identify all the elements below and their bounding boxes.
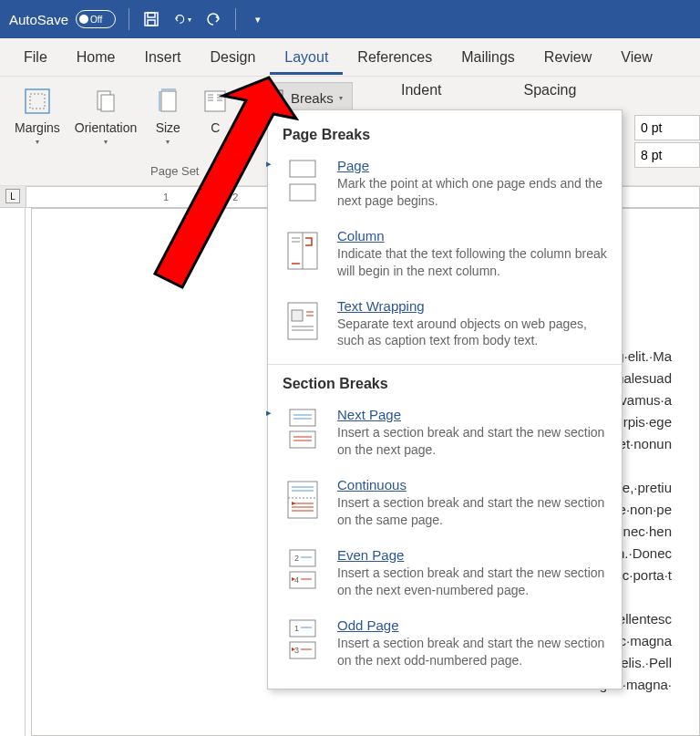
- columns-icon: [199, 85, 232, 118]
- ribbon-tabs: File Home Insert Design Layout Reference…: [0, 38, 700, 77]
- spacing-fields: 0 pt 8 pt: [634, 115, 700, 168]
- svg-text:2: 2: [294, 554, 299, 563]
- columns-button[interactable]: C: [191, 81, 239, 139]
- continuous-icon: [283, 477, 323, 523]
- option-desc: Insert a section break and start the new…: [337, 494, 607, 529]
- option-desc: Indicate that the text following the col…: [337, 245, 607, 280]
- margins-icon: [21, 85, 54, 118]
- option-desc: Insert a section break and start the new…: [337, 424, 607, 459]
- size-icon: [151, 85, 184, 118]
- tab-layout[interactable]: Layout: [270, 40, 343, 75]
- tab-design[interactable]: Design: [195, 40, 270, 75]
- column-break-icon: [283, 228, 323, 274]
- current-marker-icon: ▸: [266, 158, 272, 170]
- breaks-icon: [267, 88, 285, 107]
- current-marker-icon: ▸: [266, 407, 272, 419]
- page-setup-group-label: Page Set: [150, 161, 200, 181]
- tab-references[interactable]: References: [343, 40, 447, 75]
- option-title: Column: [337, 228, 607, 244]
- size-label: Size: [156, 120, 180, 135]
- svg-rect-28: [292, 310, 303, 321]
- option-desc: Insert a section break and start the new…: [337, 565, 607, 599]
- chevron-down-icon: ▾: [339, 94, 343, 102]
- option-title: Text Wrapping: [337, 298, 607, 314]
- odd-page-icon: 13: [283, 617, 323, 663]
- titlebar: AutoSave Off ▾ ▾: [0, 0, 700, 38]
- save-icon[interactable]: [142, 10, 160, 28]
- columns-label: C: [211, 120, 220, 135]
- text-wrapping-icon: [283, 298, 323, 344]
- next-page-icon: [283, 407, 323, 452]
- svg-rect-7: [161, 91, 176, 111]
- breaks-dropdown: Page Breaks ▸ Page Mark the point at whi…: [267, 109, 623, 689]
- svg-rect-4: [30, 94, 45, 109]
- spacing-after-field[interactable]: 8 pt: [634, 142, 700, 168]
- page-breaks-header: Page Breaks: [268, 121, 622, 149]
- svg-rect-36: [290, 431, 315, 448]
- tab-home[interactable]: Home: [62, 40, 130, 75]
- svg-text:1: 1: [294, 624, 299, 633]
- svg-rect-18: [270, 99, 283, 105]
- autosave-control[interactable]: AutoSave Off: [9, 10, 116, 28]
- size-button[interactable]: Size ▾: [144, 81, 191, 150]
- orientation-icon: [89, 85, 122, 118]
- tab-insert[interactable]: Insert: [129, 40, 195, 75]
- margins-button[interactable]: Margins ▾: [7, 81, 67, 150]
- breaks-option-even-page[interactable]: 24 Even Page Insert a section break and …: [268, 538, 622, 608]
- undo-icon[interactable]: ▾: [173, 10, 191, 28]
- breaks-button[interactable]: Breaks ▾: [257, 82, 353, 113]
- svg-rect-10: [205, 91, 225, 111]
- svg-rect-21: [290, 184, 315, 201]
- svg-rect-6: [101, 95, 114, 111]
- breaks-option-next-page[interactable]: ▸ Next Page Insert a section break and s…: [268, 398, 622, 468]
- indent-spacing-headers: Indent Spacing: [401, 82, 576, 98]
- spacing-label: Spacing: [523, 82, 576, 98]
- tab-mailings[interactable]: Mailings: [447, 40, 530, 75]
- ruler-mark: 2: [232, 192, 238, 202]
- customize-qat-icon[interactable]: ▾: [249, 10, 267, 28]
- option-title: Odd Page: [337, 617, 607, 633]
- option-desc: Separate text around objects on web page…: [337, 316, 607, 350]
- toggle-state: Off: [90, 15, 102, 25]
- section-breaks-header: Section Breaks: [268, 370, 622, 398]
- page-break-icon: [283, 158, 323, 203]
- svg-rect-1: [148, 13, 155, 17]
- orientation-button[interactable]: Orientation ▾: [67, 81, 144, 150]
- tab-view[interactable]: View: [606, 40, 666, 75]
- svg-rect-17: [270, 90, 283, 96]
- svg-rect-0: [145, 13, 158, 26]
- breaks-option-column[interactable]: Column Indicate that the text following …: [268, 219, 622, 289]
- svg-rect-20: [290, 161, 315, 177]
- orientation-label: Orientation: [75, 120, 137, 135]
- option-title: Page: [337, 158, 607, 173]
- breaks-option-continuous[interactable]: Continuous Insert a section break and st…: [268, 468, 622, 538]
- divider: [268, 364, 622, 365]
- option-title: Even Page: [337, 547, 607, 563]
- divider: [129, 8, 129, 30]
- ruler-vertical[interactable]: [0, 208, 26, 736]
- option-desc: Insert a section break and start the new…: [337, 635, 607, 669]
- breaks-option-text-wrapping[interactable]: Text Wrapping Separate text around objec…: [268, 289, 622, 359]
- chevron-down-icon: ▾: [104, 138, 108, 146]
- svg-text:3: 3: [294, 646, 299, 655]
- margins-label: Margins: [15, 120, 60, 135]
- autosave-toggle[interactable]: Off: [76, 10, 116, 28]
- even-page-icon: 24: [283, 547, 323, 593]
- divider: [235, 8, 236, 30]
- tab-selector[interactable]: L: [5, 189, 20, 203]
- tab-file[interactable]: File: [9, 40, 62, 75]
- option-desc: Mark the point at which one page ends an…: [337, 175, 607, 210]
- chevron-down-icon: ▾: [166, 138, 170, 146]
- chevron-down-icon: ▾: [36, 138, 39, 146]
- toggle-knob: [79, 15, 88, 24]
- svg-text:4: 4: [294, 575, 299, 585]
- svg-rect-3: [26, 89, 49, 113]
- redo-icon[interactable]: [204, 10, 222, 28]
- tab-review[interactable]: Review: [530, 40, 606, 75]
- breaks-label: Breaks: [291, 90, 334, 106]
- breaks-option-page[interactable]: ▸ Page Mark the point at which one page …: [268, 149, 622, 219]
- breaks-option-odd-page[interactable]: 13 Odd Page Insert a section break and s…: [268, 608, 622, 679]
- option-title: Next Page: [337, 407, 607, 422]
- spacing-before-field[interactable]: 0 pt: [634, 115, 700, 140]
- indent-label: Indent: [401, 82, 441, 98]
